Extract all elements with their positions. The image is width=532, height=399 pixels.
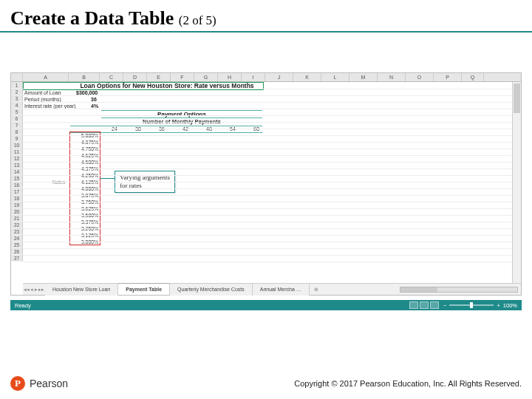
tab-nav-last-icon[interactable]: ▸▸ — [38, 287, 44, 293]
brand-name: Pearson — [30, 378, 68, 389]
zoom-in-icon[interactable]: + — [497, 302, 499, 309]
tab-annual[interactable]: Annual Mercha … — [253, 284, 310, 296]
row-7[interactable]: 7 — [11, 122, 23, 129]
row-4[interactable]: 4 — [11, 102, 23, 109]
col-g[interactable]: G — [194, 73, 218, 81]
tab-houston-loan[interactable]: Houston New Store Loan — [45, 284, 118, 296]
col-q[interactable]: Q — [462, 73, 484, 81]
row-9[interactable]: 9 — [11, 135, 23, 142]
row-18[interactable]: 18 — [11, 195, 23, 202]
row-5[interactable]: 5 — [11, 109, 23, 115]
excel-window: A B C D E F G H I J K L M N O P Q 123456… — [10, 72, 522, 296]
section-title: Payment Options — [101, 111, 262, 117]
row-19[interactable]: 19 — [11, 202, 23, 208]
col-j[interactable]: J — [265, 73, 293, 81]
row-8[interactable]: 8 — [11, 129, 23, 135]
col-e[interactable]: E — [147, 73, 171, 81]
col-a[interactable]: A — [23, 73, 69, 81]
col-o[interactable]: O — [406, 73, 434, 81]
vertical-scrollbar[interactable] — [512, 82, 521, 283]
zoom-control: − + 100% — [443, 302, 517, 309]
horizontal-scrollbar[interactable] — [400, 287, 518, 293]
row-27[interactable]: 27 — [11, 255, 23, 262]
row-15[interactable]: 15 — [11, 175, 23, 182]
row-20[interactable]: 20 — [11, 208, 23, 215]
col-d[interactable]: D — [123, 73, 147, 81]
pearson-logo-icon: P — [10, 376, 25, 391]
row-23[interactable]: 23 — [11, 228, 23, 235]
grid[interactable]: Loan Options for New Houston Store: Rate… — [23, 82, 521, 283]
row-13[interactable]: 13 — [11, 162, 23, 168]
row-6[interactable]: 6 — [11, 115, 23, 122]
view-normal-icon[interactable] — [409, 301, 418, 309]
col-b[interactable]: B — [69, 73, 100, 81]
row-25[interactable]: 25 — [11, 242, 23, 248]
row-10[interactable]: 10 — [11, 142, 23, 149]
col-h[interactable]: H — [218, 73, 242, 81]
row-2[interactable]: 2 — [11, 89, 23, 95]
slide-title: Create a Data Table (2 of 5) — [0, 0, 532, 31]
tab-quarterly[interactable]: Quarterly Merchandise Costs — [170, 284, 253, 296]
row-11[interactable]: 11 — [11, 149, 23, 155]
hscroll-thumb[interactable] — [400, 287, 437, 292]
row-26[interactable]: 26 — [11, 248, 23, 255]
tab-nav-prev-icon[interactable]: ◂ — [30, 287, 33, 293]
zoom-slider[interactable] — [449, 304, 494, 306]
zoom-level[interactable]: 100% — [503, 302, 517, 309]
row-22[interactable]: 22 — [11, 222, 23, 228]
slide-title-counter: (2 of 5) — [179, 13, 216, 27]
row-21[interactable]: 21 — [11, 215, 23, 222]
tab-nav: ◂◂ ◂ ▸ ▸▸ — [23, 287, 45, 293]
row-16[interactable]: 16 — [11, 182, 23, 188]
zoom-knob[interactable] — [470, 302, 473, 308]
col-k[interactable]: K — [293, 73, 321, 81]
slide-footer: P Pearson Copyright © 2017 Pearson Educa… — [0, 368, 532, 399]
row-1[interactable]: 1 — [11, 82, 23, 89]
slide-title-main: Create a Data Table — [10, 7, 174, 29]
title-underline — [0, 31, 532, 33]
status-bar: Ready − + 100% — [10, 300, 522, 310]
view-layout-icon[interactable] — [420, 301, 429, 309]
tab-nav-first-icon[interactable]: ◂◂ — [24, 287, 30, 293]
col-l[interactable]: L — [321, 73, 349, 81]
row-14[interactable]: 14 — [11, 168, 23, 175]
view-buttons — [409, 301, 439, 309]
column-headers: A B C D E F G H I J K L M N O P Q — [11, 73, 521, 82]
tab-nav-next-icon[interactable]: ▸ — [35, 287, 38, 293]
col-i[interactable]: I — [242, 73, 265, 81]
scrollbar-thumb[interactable] — [514, 83, 520, 113]
sheet-tab-bar: ◂◂ ◂ ▸ ▸▸ Houston New Store Loan Payment… — [23, 283, 521, 295]
col-m[interactable]: M — [349, 73, 378, 81]
row-17[interactable]: 17 — [11, 188, 23, 195]
row-3[interactable]: 3 — [11, 95, 23, 102]
row-headers: 1234567891011121314151617181920212223242… — [11, 82, 23, 262]
zoom-out-icon[interactable]: − — [443, 302, 446, 309]
copyright: Copyright © 2017 Pearson Education, Inc.… — [294, 379, 522, 388]
col-c[interactable]: C — [100, 73, 123, 81]
tab-payment-table[interactable]: Payment Table — [118, 283, 170, 295]
col-f[interactable]: F — [171, 73, 194, 81]
view-break-icon[interactable] — [430, 301, 439, 309]
brand: P Pearson — [10, 376, 68, 391]
row-12[interactable]: 12 — [11, 155, 23, 162]
callout-connector — [100, 178, 115, 179]
new-sheet-icon[interactable]: ⊕ — [310, 287, 323, 293]
col-p[interactable]: P — [434, 73, 462, 81]
row-24[interactable]: 24 — [11, 235, 23, 242]
status-ready: Ready — [15, 302, 31, 309]
col-n[interactable]: N — [378, 73, 406, 81]
